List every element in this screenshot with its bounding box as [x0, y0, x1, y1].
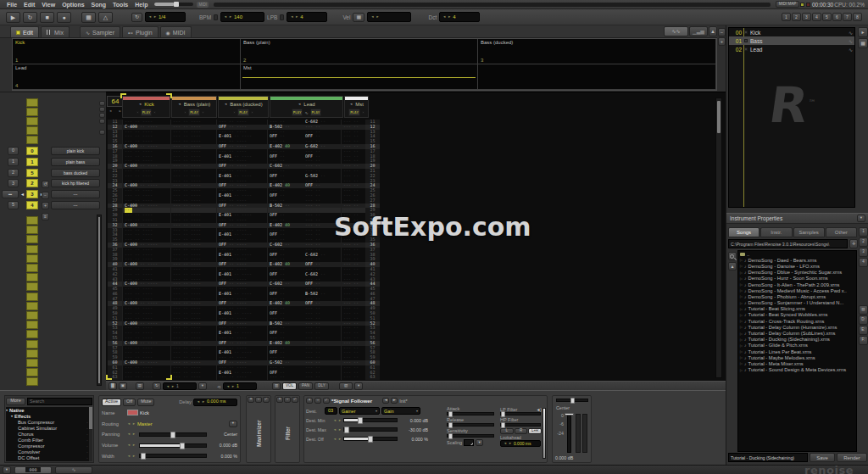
- instrument-list[interactable]: R™ 00Kick∿01Bass∿02Lead∿: [728, 27, 855, 208]
- collapse-icon[interactable]: ◄: [298, 102, 301, 106]
- disk-tab-songs[interactable]: Songs: [728, 227, 760, 237]
- instrument-add-button[interactable]: +: [718, 37, 726, 46]
- sequencer-mini-button[interactable]: [99, 130, 105, 135]
- play-button[interactable]: PLAY: [141, 109, 153, 116]
- track-off-button[interactable]: Off: [123, 399, 136, 406]
- dest-track-display[interactable]: 03: [325, 407, 337, 415]
- instrument-properties-dropdown[interactable]: ▾: [857, 215, 865, 222]
- matrix-slot[interactable]: [26, 264, 38, 272]
- disk-path-display[interactable]: C:\Program Files\Renoise 3.0.1\Resources…: [728, 239, 848, 248]
- sequence-pattern-2[interactable]: 2: [26, 179, 38, 187]
- sequencer-mini-button[interactable]: [99, 101, 105, 106]
- track-header-bass-plain-[interactable]: ◄Bass (plain)PLAY: [171, 96, 217, 118]
- pattern-row[interactable]: 63---··-------··-------··-------··---··-…: [108, 375, 380, 380]
- enable-checkbox[interactable]: ✓: [292, 397, 298, 403]
- edit-step-display[interactable]: ◄►1: [163, 382, 197, 390]
- file-item[interactable]: ▷♪Tutorial - Glide & Pitch.xrns: [738, 343, 856, 349]
- play-button[interactable]: PLAY: [292, 109, 303, 116]
- expand-icon[interactable]: ▷: [740, 368, 743, 372]
- dsp-search-input[interactable]: [27, 398, 92, 405]
- minimize-icon[interactable]: ▫: [255, 397, 262, 403]
- gui-preset-4[interactable]: 4: [812, 13, 821, 21]
- dsp-item-comb-filter[interactable]: Comb Filter·: [6, 437, 90, 443]
- disk-eject-button[interactable]: ▲: [728, 262, 737, 270]
- dsp-device-tree[interactable]: ▾Native▾EffectsBus Compressor·Cabinet Si…: [6, 407, 90, 461]
- track-header-lead[interactable]: ◄LeadPLAY∿PLAY: [270, 96, 343, 118]
- expand-icon[interactable]: ▷: [740, 258, 743, 262]
- disk-path-button[interactable]: ✛: [849, 239, 858, 248]
- collapse-icon[interactable]: ◄: [178, 102, 181, 106]
- track-delay-display[interactable]: ◄►0.000 ms: [193, 399, 237, 406]
- play-button[interactable]: ▶: [6, 12, 20, 23]
- matrix-slot[interactable]: [26, 330, 38, 338]
- scope-bass-ducked-[interactable]: Bass (ducked)3: [478, 39, 716, 64]
- sequence-number[interactable]: 1: [8, 158, 19, 166]
- matrix-slot[interactable]: [26, 226, 38, 234]
- sf-slider[interactable]: [343, 427, 398, 432]
- matrix-slot[interactable]: [26, 254, 38, 263]
- sequencer-mini-button[interactable]: [99, 119, 105, 124]
- tab-midi[interactable]: ◉MIDI: [160, 26, 192, 37]
- sequence-pattern-0[interactable]: 0: [26, 147, 38, 155]
- octave-display[interactable]: ◄►1: [223, 382, 257, 390]
- note-cell[interactable]: ---··----: [122, 375, 170, 380]
- matrix-slot[interactable]: [26, 245, 38, 254]
- lookahead-display[interactable]: ◄►0.000 ms: [500, 440, 541, 447]
- expand-icon[interactable]: ▷: [740, 361, 743, 365]
- more-button[interactable]: More: [6, 398, 25, 405]
- sf-slider[interactable]: [343, 437, 398, 441]
- sequence-remove-button[interactable]: −: [42, 192, 49, 199]
- disk-tab-other[interactable]: Other: [826, 227, 857, 237]
- spin-right-icon[interactable]: ►: [338, 419, 342, 422]
- dct-display[interactable]: ◄►4: [439, 12, 480, 22]
- panning-column-toggle[interactable]: PAN: [298, 382, 313, 390]
- panning-slider[interactable]: [139, 432, 207, 437]
- gainer-pan-slider[interactable]: [556, 399, 588, 402]
- spin-left-icon[interactable]: ◄: [333, 419, 337, 422]
- header-square[interactable]: [202, 111, 204, 114]
- device-maximizer[interactable]: ×▫✓ Maximizer: [246, 395, 271, 463]
- matrix-slot[interactable]: [26, 98, 38, 107]
- expand-icon[interactable]: ▷: [740, 264, 743, 268]
- dsp-browser-scrollbar[interactable]: [89, 407, 92, 461]
- note-cell[interactable]: ---··: [341, 375, 365, 380]
- instrument-01[interactable]: 01Bass∿: [729, 36, 854, 45]
- header-square[interactable]: [153, 111, 156, 114]
- gainer-fader-thumb[interactable]: [565, 413, 574, 415]
- channel-l[interactable]: L: [500, 428, 514, 434]
- matrix-slot[interactable]: [26, 216, 38, 225]
- expand-icon[interactable]: ▷: [740, 355, 743, 360]
- header-square[interactable]: [184, 111, 186, 114]
- bpm-toggle[interactable]: [214, 14, 218, 20]
- collapse-icon[interactable]: ◄: [349, 102, 353, 106]
- collapse-icon[interactable]: ◄: [224, 102, 227, 106]
- matrix-slot[interactable]: [26, 311, 38, 320]
- matrix-slot[interactable]: [26, 235, 38, 243]
- tree-group-effects[interactable]: ▾Effects: [6, 413, 90, 419]
- pattern-length-spinner[interactable]: ◄►: [107, 109, 124, 113]
- volume-slider[interactable]: [139, 443, 207, 448]
- expand-icon[interactable]: ▷: [740, 349, 743, 354]
- menu-file[interactable]: File: [3, 2, 20, 8]
- file-item[interactable]: ▷♪Tutorial - Lines Per Beat.xrns: [738, 349, 856, 354]
- drive-E[interactable]: E:: [859, 326, 868, 335]
- sequence-section-name[interactable]: kick hp filtered: [51, 179, 100, 187]
- sequence-number[interactable]: 0: [8, 147, 19, 155]
- instrument-checkbox[interactable]: [744, 31, 748, 34]
- expand-icon[interactable]: ▷: [740, 343, 743, 348]
- dest-device-dropdown[interactable]: Gainer▾: [339, 407, 380, 415]
- dsp-item-bus-compressor[interactable]: Bus Compressor·: [6, 419, 90, 425]
- track-header-mst[interactable]: ◄MstPLAY: [344, 96, 369, 118]
- expand-icon[interactable]: ▷: [740, 313, 743, 317]
- sequence-prev-arrow[interactable]: ◄: [20, 190, 25, 198]
- menu-edit[interactable]: Edit: [20, 2, 38, 8]
- filename-field[interactable]: Tutorial - Ducking (Sidechaining): [728, 453, 808, 462]
- scope-kick[interactable]: Kick1: [13, 39, 241, 64]
- automation-tab[interactable]: ∿: [55, 466, 92, 474]
- instrument-checkbox[interactable]: [744, 47, 748, 51]
- gui-preset-3[interactable]: 3: [802, 13, 811, 21]
- gui-preset-7[interactable]: 7: [843, 13, 852, 21]
- minimize-icon[interactable]: ▫: [284, 397, 291, 403]
- dest-param-dropdown[interactable]: Gain▾: [381, 407, 420, 415]
- expand-icon[interactable]: ▷: [740, 294, 743, 298]
